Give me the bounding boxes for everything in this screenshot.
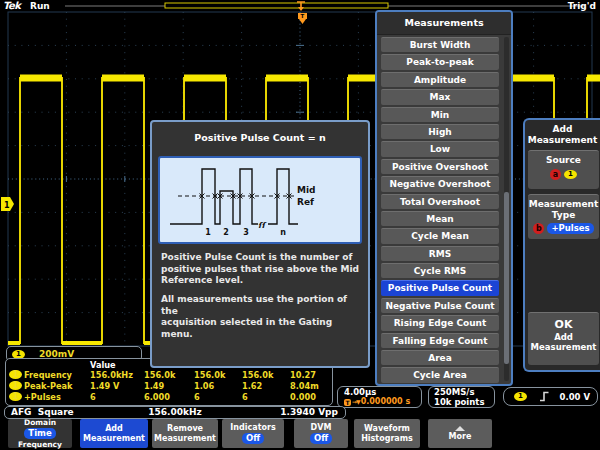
channel-badge: 1 xyxy=(9,381,22,390)
stat-min: 1.06 xyxy=(194,381,214,391)
menu-item-negative-pulse-count[interactable]: Negative Pulse Count xyxy=(381,298,499,313)
svg-text:n: n xyxy=(280,228,286,237)
stat-mean: 156.0k xyxy=(144,370,175,380)
softkey-state-pill: Off xyxy=(242,433,264,444)
ok-add-measurement-button[interactable]: OK Add Measurement xyxy=(528,312,599,365)
channel-badge: 1 xyxy=(9,392,22,401)
softkey-bar: DomainTimeFrequencyAddMeasurementRemoveM… xyxy=(0,419,600,450)
menu-item-positive-overshoot[interactable]: Positive Overshoot xyxy=(381,159,499,174)
trigger-readout: 1 0.00 V xyxy=(503,387,598,406)
trigger-position-value: 0.000000 s xyxy=(361,397,411,407)
menu-item-positive-pulse-count[interactable]: Positive Pulse Count xyxy=(381,280,499,295)
stat-min: 156.0k xyxy=(194,370,225,380)
stat-max: 156.0k xyxy=(242,370,273,380)
softkey-remove-measurement[interactable]: RemoveMeasurement xyxy=(152,419,218,448)
rising-slope-icon xyxy=(539,391,550,402)
softkey-dvm[interactable]: DVMOff xyxy=(294,419,348,448)
channel1-marker-icon[interactable]: 1 xyxy=(1,197,14,211)
menu-item-rms[interactable]: RMS xyxy=(381,246,499,261)
popup-title: Positive Pulse Count = n xyxy=(152,132,368,143)
ok-label: OK xyxy=(528,318,599,331)
menu-item-negative-overshoot[interactable]: Negative Overshoot xyxy=(381,176,499,191)
softkey-label: Add xyxy=(105,424,123,433)
menu-item-max[interactable]: Max xyxy=(381,89,499,104)
softkey-more[interactable]: More xyxy=(428,419,492,448)
softkey-label: Frequency xyxy=(18,440,62,449)
stat-stdev: 10.27 xyxy=(290,370,316,380)
afg-frequency: 156.00kHz xyxy=(148,407,202,418)
stat-min: 6 xyxy=(194,392,200,402)
measurement-row--pulses: 1+Pulses66.000660.000 xyxy=(6,392,332,402)
channel1-badge: 1 xyxy=(564,170,577,179)
menu-item-total-overshoot[interactable]: Total Overshoot xyxy=(381,194,499,209)
menu-item-mean[interactable]: Mean xyxy=(381,211,499,226)
menu-item-amplitude[interactable]: Amplitude xyxy=(381,72,499,87)
softkey-label: More xyxy=(449,432,472,441)
stat-max: 1.62 xyxy=(242,381,262,391)
menu-item-falling-edge-count[interactable]: Falling Edge Count xyxy=(381,333,499,348)
popup-description: Positive Pulse Count is the number of po… xyxy=(161,252,363,287)
trigger-status: Trig'd xyxy=(568,1,596,11)
trigger-level: 0.00 V xyxy=(559,392,590,402)
menu-scrollbar[interactable] xyxy=(504,37,509,381)
stat-max: 6 xyxy=(242,392,248,402)
menu-item-peak-to-peak[interactable]: Peak-to-peak xyxy=(381,54,499,69)
menu-item-high[interactable]: High xyxy=(381,124,499,139)
measurement-value: 6 xyxy=(90,392,96,402)
svg-text:T: T xyxy=(301,13,305,19)
measurement-type-value: +Pulses xyxy=(547,223,593,234)
softkey-waveform-histograms[interactable]: WaveformHistograms xyxy=(354,419,420,448)
measurements-menu: Measurements Burst WidthPeak-to-peakAmpl… xyxy=(375,10,513,386)
svg-text:Mid: Mid xyxy=(297,185,315,195)
trigger-source-badge: 1 xyxy=(514,392,527,401)
svg-text:3: 3 xyxy=(243,228,249,237)
menu-item-burst-width[interactable]: Burst Width xyxy=(381,37,499,52)
measurement-name: Peak-Peak xyxy=(24,381,72,391)
menu-item-min[interactable]: Min xyxy=(381,107,499,122)
top-status-bar: Tek Run Trig'd xyxy=(0,0,600,12)
softkey-state-pill: Off xyxy=(310,433,332,444)
menu-item-low[interactable]: Low xyxy=(381,141,499,156)
softkey-domain[interactable]: DomainTimeFrequency xyxy=(8,419,72,448)
svg-text:1: 1 xyxy=(4,201,10,210)
knob-a-icon: a xyxy=(550,169,561,180)
add-measurement-panel: Add Measurement Source a 1 Measurement T… xyxy=(523,118,600,372)
measurement-value: 156.0kHz xyxy=(90,370,133,380)
measurement-name: +Pulses xyxy=(24,392,61,402)
record-length: 10k points xyxy=(434,398,494,408)
menu-item-rising-edge-count[interactable]: Rising Edge Count xyxy=(381,315,499,330)
menu-item-cycle-mean[interactable]: Cycle Mean xyxy=(381,228,499,243)
measurements-menu-title: Measurements xyxy=(377,12,511,35)
measurement-help-popup: Positive Pulse Count = n 1 2 3 n ſſ Mid … xyxy=(150,120,370,368)
source-label: Source xyxy=(528,155,599,166)
softkey-label: Indicators xyxy=(230,423,275,432)
softkey-label: Histograms xyxy=(361,434,413,443)
source-button[interactable]: Source a 1 xyxy=(528,150,599,189)
ok-sublabel: Add Measurement xyxy=(528,332,599,352)
popup-gating-note: All measurements use the portion of the … xyxy=(161,294,363,340)
stat-stdev: 8.04m xyxy=(290,381,319,391)
softkey-label: Domain xyxy=(24,418,56,427)
stat-mean: 6.000 xyxy=(144,392,170,402)
menu-item-cycle-area[interactable]: Cycle Area xyxy=(381,367,499,382)
menu-item-area[interactable]: Area xyxy=(381,350,499,365)
trigger-position-icon[interactable]: T xyxy=(298,13,307,24)
softkey-label: Measurement xyxy=(154,434,216,443)
softkey-label: Remove xyxy=(167,424,203,433)
horizontal-readout: 4.00µs T→▼0.000000 s xyxy=(337,386,422,408)
acquisition-readout: 250MS/s 10k points xyxy=(428,386,495,408)
stat-mean: 1.49 xyxy=(144,381,164,391)
panel-title: Add Measurement xyxy=(525,124,600,145)
softkey-indicators[interactable]: IndicatorsOff xyxy=(222,419,284,448)
svg-text:2: 2 xyxy=(223,228,229,237)
pulse-count-diagram: 1 2 3 n ſſ Mid Ref xyxy=(158,156,362,244)
measurement-type-button[interactable]: Measurement Type b +Pulses xyxy=(528,194,599,239)
afg-source: AFG Square xyxy=(11,407,74,418)
menu-item-cycle-rms[interactable]: Cycle RMS xyxy=(381,263,499,278)
softkey-add-measurement[interactable]: AddMeasurement xyxy=(80,419,148,448)
softkey-state-pill: Time xyxy=(24,428,55,439)
measurement-type-label: Measurement Type xyxy=(528,199,599,220)
afg-amplitude: 1.3940 Vpp xyxy=(280,407,338,418)
measurement-row-peak-peak: 1Peak-Peak1.49 V1.491.061.628.04m xyxy=(6,381,332,391)
trigger-position-readout: T→▼0.000000 s xyxy=(344,397,421,407)
